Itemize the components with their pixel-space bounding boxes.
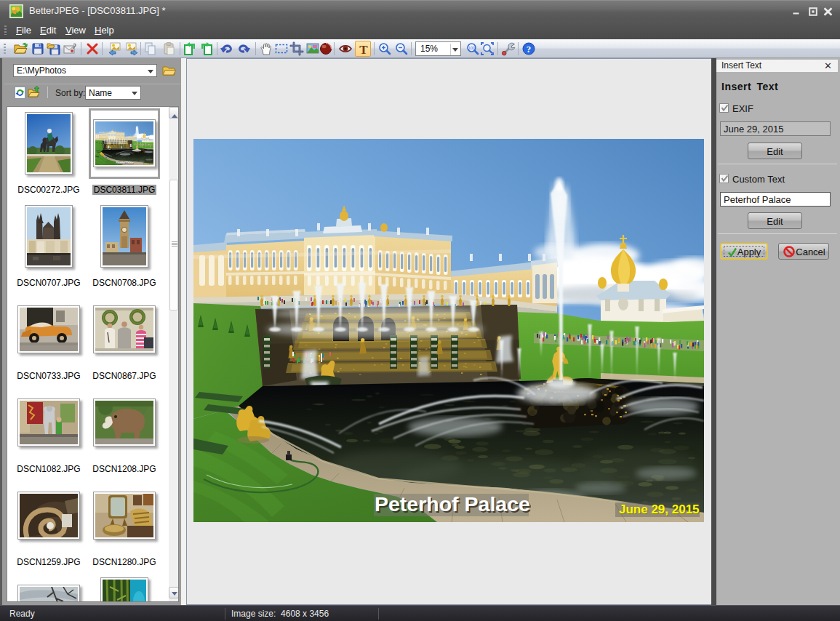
svg-text:100: 100	[468, 46, 475, 50]
svg-text:?: ?	[527, 44, 532, 55]
svg-text:Peterhof Palace: Peterhof Palace	[375, 492, 530, 516]
svg-text:June 29, 2015: June 29, 2015	[619, 502, 700, 516]
svg-text:T: T	[359, 43, 368, 57]
